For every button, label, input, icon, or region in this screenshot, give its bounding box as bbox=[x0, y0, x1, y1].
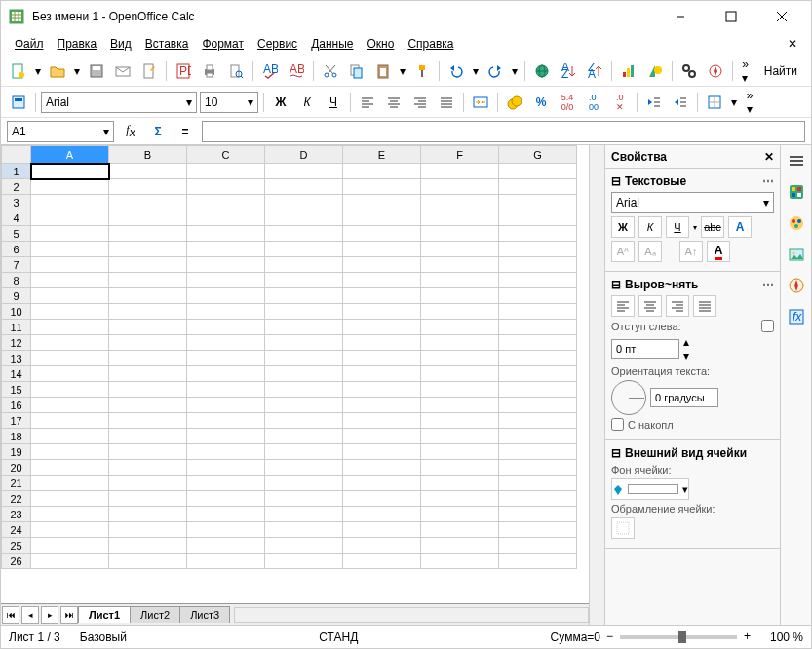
cell[interactable] bbox=[265, 460, 343, 476]
cell[interactable] bbox=[109, 398, 187, 413]
decrease-indent-icon[interactable] bbox=[642, 91, 666, 114]
cell[interactable] bbox=[31, 413, 109, 429]
close-doc-icon[interactable]: ✕ bbox=[782, 37, 803, 51]
sort-asc-icon[interactable]: AZ bbox=[557, 59, 580, 83]
cell[interactable] bbox=[265, 320, 343, 335]
cell[interactable] bbox=[109, 226, 187, 242]
align-justify-icon[interactable] bbox=[435, 91, 458, 114]
cell[interactable] bbox=[499, 195, 577, 210]
paste-dropdown[interactable]: ▾ bbox=[398, 64, 407, 78]
cell[interactable] bbox=[421, 242, 499, 257]
row-header[interactable]: 5 bbox=[2, 226, 31, 242]
tab-prev-icon[interactable]: ◂ bbox=[21, 606, 39, 624]
cell[interactable] bbox=[499, 288, 577, 304]
cell[interactable] bbox=[187, 476, 265, 491]
cell[interactable] bbox=[187, 382, 265, 398]
cell[interactable] bbox=[265, 554, 343, 569]
side-align-justify-icon[interactable] bbox=[693, 295, 716, 317]
indent-checkbox[interactable] bbox=[761, 320, 774, 332]
cell[interactable] bbox=[421, 257, 499, 273]
cell[interactable] bbox=[343, 257, 421, 273]
side-subscript-button[interactable]: Aₐ bbox=[638, 241, 662, 262]
cell[interactable] bbox=[421, 382, 499, 398]
row-header[interactable]: 12 bbox=[2, 335, 31, 351]
cell[interactable] bbox=[187, 429, 265, 444]
menu-file[interactable]: Файл bbox=[9, 35, 50, 53]
side-bold-button[interactable]: Ж bbox=[611, 216, 635, 238]
cell[interactable] bbox=[31, 288, 109, 304]
side-shadow-button[interactable]: A bbox=[728, 216, 752, 238]
cell[interactable] bbox=[499, 210, 577, 226]
cell[interactable] bbox=[499, 413, 577, 429]
cell[interactable] bbox=[109, 476, 187, 491]
cell[interactable] bbox=[499, 491, 577, 507]
menu-help[interactable]: Справка bbox=[402, 35, 459, 53]
cell[interactable] bbox=[109, 288, 187, 304]
cell[interactable] bbox=[343, 320, 421, 335]
cell[interactable] bbox=[109, 491, 187, 507]
row-header[interactable]: 10 bbox=[2, 304, 31, 320]
align-center-icon[interactable] bbox=[382, 91, 406, 114]
find-replace-icon[interactable] bbox=[677, 59, 701, 83]
cell[interactable] bbox=[421, 335, 499, 351]
maximize-button[interactable] bbox=[710, 3, 753, 30]
align-right-icon[interactable] bbox=[408, 91, 432, 114]
collapse-icon[interactable]: ⊟ bbox=[611, 278, 621, 291]
cell[interactable] bbox=[421, 226, 499, 242]
sheet-tab[interactable]: Лист3 bbox=[179, 606, 230, 623]
cell[interactable] bbox=[499, 273, 577, 288]
cell[interactable] bbox=[31, 195, 109, 210]
cell[interactable] bbox=[421, 164, 499, 179]
cell[interactable] bbox=[109, 444, 187, 460]
side-underline-button[interactable]: Ч bbox=[666, 216, 689, 238]
cell[interactable] bbox=[187, 335, 265, 351]
undo-dropdown[interactable]: ▾ bbox=[471, 64, 481, 78]
cell[interactable] bbox=[343, 444, 421, 460]
email-icon[interactable] bbox=[111, 59, 135, 83]
menu-data[interactable]: Данные bbox=[305, 35, 359, 53]
bold-button[interactable]: Ж bbox=[269, 91, 292, 114]
cell[interactable] bbox=[265, 242, 343, 257]
orientation-value-input[interactable] bbox=[650, 388, 718, 407]
row-header[interactable]: 4 bbox=[2, 210, 31, 226]
cell[interactable] bbox=[109, 257, 187, 273]
cell[interactable] bbox=[499, 164, 577, 179]
cell[interactable] bbox=[265, 476, 343, 491]
cell[interactable] bbox=[421, 210, 499, 226]
cell[interactable] bbox=[343, 288, 421, 304]
cell[interactable] bbox=[187, 351, 265, 366]
cell[interactable] bbox=[343, 304, 421, 320]
cell[interactable] bbox=[109, 335, 187, 351]
cell[interactable] bbox=[499, 554, 577, 569]
cell[interactable] bbox=[31, 476, 109, 491]
cell[interactable] bbox=[421, 476, 499, 491]
cell[interactable] bbox=[187, 320, 265, 335]
borders-icon[interactable] bbox=[703, 91, 726, 114]
cell[interactable] bbox=[187, 366, 265, 382]
cell[interactable] bbox=[31, 491, 109, 507]
chart-icon[interactable] bbox=[617, 59, 640, 83]
cell[interactable] bbox=[421, 413, 499, 429]
redo-dropdown[interactable]: ▾ bbox=[510, 64, 520, 78]
cell[interactable] bbox=[187, 507, 265, 522]
row-header[interactable]: 18 bbox=[2, 429, 31, 444]
cell[interactable] bbox=[187, 304, 265, 320]
formula-input[interactable] bbox=[202, 121, 805, 142]
currency-icon[interactable] bbox=[503, 91, 526, 114]
cell[interactable] bbox=[265, 522, 343, 538]
collapse-icon[interactable]: ⊟ bbox=[611, 446, 621, 460]
format-paintbrush-icon[interactable] bbox=[410, 59, 434, 83]
side-font-color-button[interactable]: A bbox=[707, 241, 730, 262]
cell[interactable] bbox=[109, 460, 187, 476]
paste-icon[interactable] bbox=[371, 59, 395, 83]
col-header[interactable]: G bbox=[499, 146, 577, 164]
cell[interactable] bbox=[109, 522, 187, 538]
cell[interactable] bbox=[31, 398, 109, 413]
cell[interactable] bbox=[31, 257, 109, 273]
cell[interactable] bbox=[187, 413, 265, 429]
section-menu-icon[interactable]: ⋯ bbox=[762, 278, 774, 291]
cell[interactable] bbox=[421, 288, 499, 304]
cell[interactable] bbox=[499, 476, 577, 491]
row-header[interactable]: 9 bbox=[2, 288, 31, 304]
cell[interactable] bbox=[265, 444, 343, 460]
